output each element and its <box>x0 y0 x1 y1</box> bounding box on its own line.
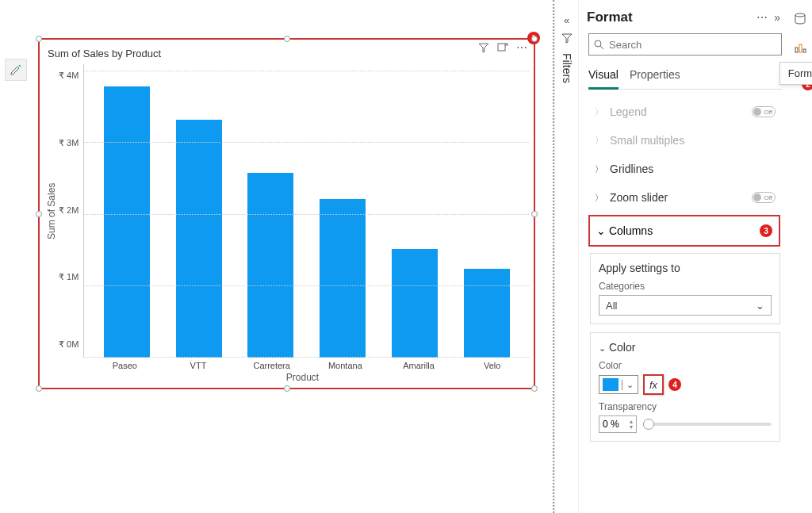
transparency-label: Transparency <box>599 401 772 412</box>
format-pane: Format ⋯ » Format Visual Properties 〉Leg… <box>578 0 788 513</box>
on-object-format-tool[interactable] <box>5 59 27 81</box>
bar <box>378 249 450 358</box>
x-tick-label: Paseo <box>88 358 162 370</box>
card-zoom-slider[interactable]: 〉Zoom slider Off <box>587 183 783 212</box>
filter-icon[interactable] <box>478 42 489 53</box>
chevron-right-icon: 〉 <box>595 163 603 175</box>
y-axis-ticks: ₹ 4M ₹ 3M ₹ 2M ₹ 1M ₹ 0M <box>59 64 83 358</box>
x-tick-label: Montana <box>308 358 382 370</box>
color-swatch <box>603 378 619 391</box>
expand-filters-icon[interactable]: « <box>564 14 569 26</box>
resize-handle[interactable] <box>36 211 42 217</box>
svg-rect-5 <box>803 49 806 52</box>
transparency-input[interactable]: 0 % ▴▾ <box>599 415 637 433</box>
tab-visual[interactable]: Visual <box>588 63 619 90</box>
card-small-multiples[interactable]: 〉Small multiples <box>587 126 783 155</box>
chart-title: Sum of Sales by Product <box>44 48 529 64</box>
bar <box>307 199 379 358</box>
more-options-icon[interactable]: ⋯ <box>756 11 768 24</box>
svg-rect-0 <box>498 44 505 51</box>
svg-point-2 <box>795 13 805 17</box>
card-columns[interactable]: ⌄ Columns 3 <box>588 215 780 247</box>
spinner-icon[interactable]: ▴▾ <box>630 419 633 430</box>
categories-label: Categories <box>599 281 772 292</box>
transparency-slider[interactable] <box>643 423 772 426</box>
filters-pane-collapsed[interactable]: « Filters <box>554 0 578 513</box>
chevron-right-icon: 〉 <box>595 192 603 204</box>
legend-toggle[interactable]: Off <box>752 106 776 117</box>
zoom-slider-toggle[interactable]: Off <box>752 192 776 203</box>
color-picker-dropdown[interactable]: ⌄ <box>599 375 638 394</box>
card-legend[interactable]: 〉Legend Off <box>587 98 783 126</box>
bar-chart-visual[interactable]: 1 ⋯ Sum of Sales by Product Sum of Sales… <box>38 38 535 389</box>
resize-handle[interactable] <box>36 36 42 42</box>
chevron-down-icon: ⌄ <box>756 300 764 312</box>
build-visual-icon[interactable] <box>792 40 808 56</box>
chevron-right-icon: 〉 <box>595 106 603 118</box>
chevron-down-icon: ⌄ <box>596 224 606 237</box>
format-tooltip: Format <box>779 62 812 85</box>
tab-properties[interactable]: Properties <box>630 63 680 89</box>
apply-settings-heading: Apply settings to <box>599 262 772 274</box>
plot-area <box>83 64 529 358</box>
format-search-box[interactable] <box>588 33 782 56</box>
resize-handle[interactable] <box>531 36 538 42</box>
data-pane-icon[interactable] <box>792 11 808 27</box>
svg-point-1 <box>595 40 601 47</box>
y-axis-title: Sum of Sales <box>44 64 59 358</box>
conditional-formatting-button[interactable]: fx <box>643 374 664 395</box>
filters-label: Filters <box>561 53 573 83</box>
format-pane-title: Format <box>587 10 633 25</box>
bar <box>90 86 163 358</box>
color-heading: ⌄ Color <box>599 341 772 354</box>
svg-rect-4 <box>799 44 802 52</box>
resize-handle[interactable] <box>284 36 290 42</box>
resize-handle[interactable] <box>531 385 538 392</box>
apply-settings-panel: Apply settings to Categories All ⌄ <box>590 253 780 324</box>
report-canvas[interactable]: 1 ⋯ Sum of Sales by Product Sum of Sales… <box>0 0 554 513</box>
x-axis-ticks: PaseoVTTCarreteraMontanaAmarillaVelo <box>88 358 529 370</box>
x-tick-label: VTT <box>162 358 236 370</box>
x-tick-label: Carretera <box>235 358 308 370</box>
collapse-pane-icon[interactable]: » <box>774 11 780 24</box>
search-input[interactable] <box>609 39 776 51</box>
card-gridlines[interactable]: 〉Gridlines <box>587 155 783 183</box>
svg-rect-3 <box>795 48 798 52</box>
more-options-icon[interactable]: ⋯ <box>516 41 527 54</box>
resize-handle[interactable] <box>36 385 42 392</box>
x-tick-label: Velo <box>455 358 529 370</box>
annotation-badge-4: 4 <box>668 378 681 391</box>
bar <box>235 173 307 358</box>
categories-dropdown[interactable]: All ⌄ <box>599 295 772 316</box>
color-panel: ⌄ Color Color ⌄ fx 4 Transparency 0 % ▴▾ <box>590 332 780 442</box>
bar <box>450 269 523 358</box>
chevron-down-icon: ⌄ <box>622 380 638 390</box>
chevron-right-icon: 〉 <box>595 135 603 147</box>
resize-handle[interactable] <box>284 385 290 392</box>
resize-handle[interactable] <box>531 211 538 217</box>
x-tick-label: Amarilla <box>382 358 456 370</box>
filter-pane-icon <box>561 33 573 44</box>
bar <box>163 120 235 358</box>
color-label: Color <box>599 360 772 371</box>
annotation-badge-3: 3 <box>760 224 772 237</box>
search-icon <box>594 40 604 50</box>
x-axis-title: Product <box>76 372 529 383</box>
focus-mode-icon[interactable] <box>497 42 508 53</box>
